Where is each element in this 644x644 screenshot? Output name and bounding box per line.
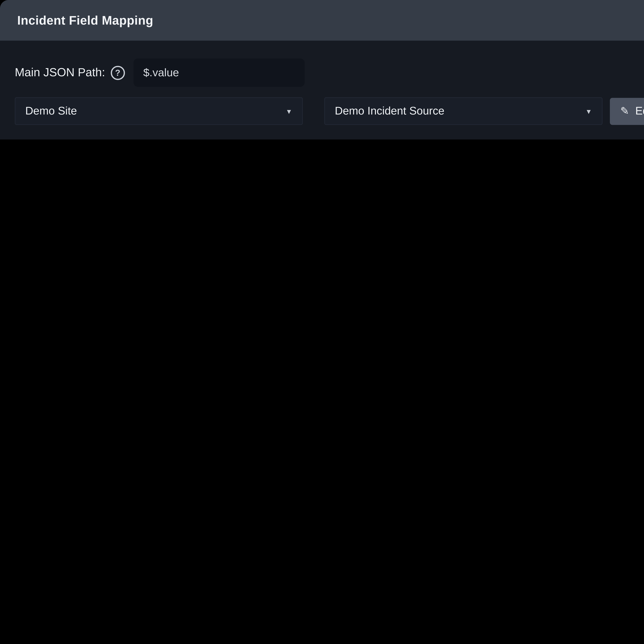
edit-source-button[interactable]: ✎ Edit Source bbox=[610, 98, 644, 125]
selector-row: Demo Site ▼ Demo Incident Source ▼ ✎ Edi… bbox=[15, 97, 644, 125]
site-dropdown[interactable]: Demo Site ▼ bbox=[15, 97, 303, 125]
chevron-down-icon: ▼ bbox=[585, 107, 592, 115]
modal-header: Incident Field Mapping ✕ bbox=[0, 0, 644, 41]
incident-source-dropdown[interactable]: Demo Incident Source ▼ bbox=[324, 97, 603, 125]
chevron-down-icon: ▼ bbox=[286, 107, 292, 115]
json-path-input[interactable] bbox=[133, 58, 304, 87]
modal-body: Main JSON Path: ? Demo Site ▼ Demo Incid… bbox=[0, 58, 644, 139]
edit-source-label: Edit Source bbox=[635, 105, 644, 117]
modal-title: Incident Field Mapping bbox=[17, 13, 153, 27]
site-dropdown-value: Demo Site bbox=[25, 105, 77, 117]
scale-wrapper: Incident Field Mapping ✕ Main JSON Path:… bbox=[0, 0, 644, 139]
json-path-help-icon[interactable]: ? bbox=[111, 66, 125, 80]
json-path-label: Main JSON Path: bbox=[15, 66, 105, 79]
incident-source-dropdown-value: Demo Incident Source bbox=[335, 105, 444, 117]
incident-field-mapping-modal: Incident Field Mapping ✕ Main JSON Path:… bbox=[0, 0, 644, 139]
pencil-icon: ✎ bbox=[620, 105, 629, 117]
json-path-row: Main JSON Path: ? bbox=[15, 58, 644, 87]
